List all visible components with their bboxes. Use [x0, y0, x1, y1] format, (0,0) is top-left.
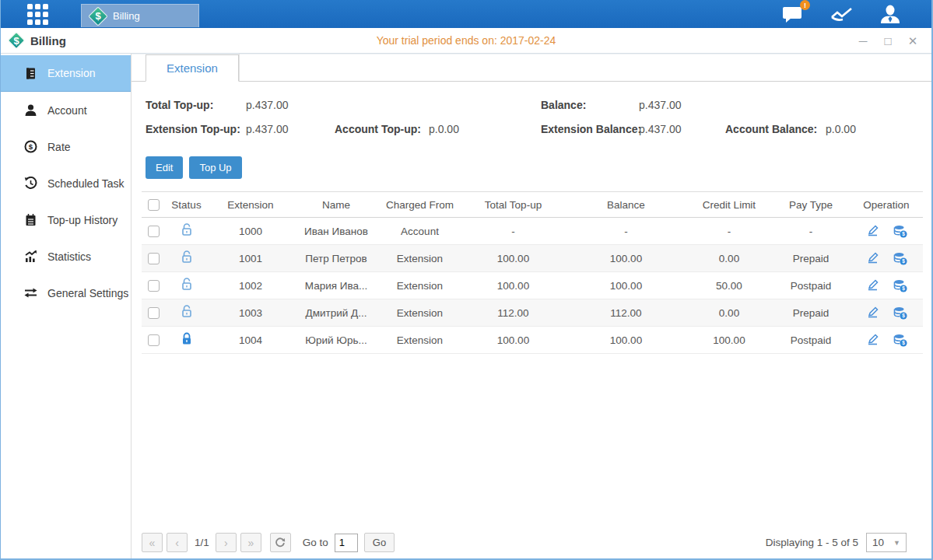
extension-balance-label: Extension Balance: [541, 123, 641, 135]
lock-open-icon [181, 223, 193, 236]
account-balance-value: p.0.00 [826, 123, 856, 135]
extension-topup-value: p.437.00 [246, 123, 289, 135]
col-balance: Balance [566, 199, 686, 211]
name-cell: Юрий Юрь... [293, 334, 379, 346]
total-topup-label: Total Top-up: [146, 99, 213, 111]
edit-pencil-icon[interactable] [866, 252, 879, 264]
table-row: 1002 Мария Ива... Extension 100.00 100.0… [142, 272, 923, 299]
charged-from-cell: Extension [379, 334, 461, 346]
col-credit-limit: Credit Limit [686, 199, 772, 211]
col-operation: Operation [850, 199, 923, 211]
pay-type-cell: Prepaid [772, 307, 850, 319]
sidebar-item-topup-history[interactable]: Top-up History [1, 201, 131, 238]
pay-type-cell: Postpaid [772, 334, 850, 346]
person-icon [24, 103, 37, 117]
lock-open-icon [181, 305, 193, 318]
col-status: Status [165, 199, 208, 211]
pagination-bar: « ‹ 1/1 › » Go to Go Displaying 1 - 5 of… [142, 533, 921, 552]
goto-page-input[interactable] [335, 534, 358, 552]
messages-icon[interactable]: ! [782, 5, 804, 23]
total-topup-cell: 100.00 [461, 334, 566, 346]
top-up-coins-icon[interactable]: $ [893, 334, 907, 347]
top-up-button[interactable]: Top Up [189, 156, 241, 179]
sidebar-item-statistics[interactable]: Statistics [1, 238, 131, 275]
col-pay-type: Pay Type [772, 199, 850, 211]
first-page-button[interactable]: « [142, 533, 163, 552]
row-checkbox[interactable] [148, 226, 160, 237]
credit-limit-cell: 50.00 [686, 280, 772, 292]
user-account-icon[interactable] [880, 5, 900, 23]
total-topup-value: p.437.00 [246, 99, 289, 111]
charged-from-cell: Extension [379, 253, 461, 264]
edit-pencil-icon[interactable] [866, 306, 879, 319]
total-topup-cell: - [461, 226, 566, 237]
credit-limit-cell: 100.00 [686, 334, 772, 346]
tab-extension[interactable]: Extension [146, 54, 239, 82]
row-checkbox[interactable] [148, 280, 160, 292]
balance-value: p.437.00 [639, 99, 682, 111]
prev-page-button[interactable]: ‹ [167, 533, 188, 552]
status-cell [165, 332, 208, 348]
close-icon[interactable]: ✕ [907, 35, 919, 47]
table-row: 1004 Юрий Юрь... Extension 100.00 100.00… [142, 327, 923, 354]
sidebar-item-label: Statistics [47, 250, 91, 263]
top-up-coins-icon[interactable]: $ [893, 252, 907, 265]
extension-cell: 1002 [208, 280, 293, 292]
charged-from-cell: Extension [379, 307, 461, 319]
extension-table: Status Extension Name Charged From Total… [142, 191, 923, 354]
sidebar-item-rate[interactable]: $ Rate [1, 128, 131, 165]
sidebar-item-general-settings[interactable]: General Settings [1, 275, 131, 311]
edit-button[interactable]: Edit [146, 156, 183, 179]
next-page-button[interactable]: › [216, 533, 237, 552]
edit-pencil-icon[interactable] [866, 279, 879, 292]
page-size-select[interactable]: 10 ▼ [866, 533, 907, 552]
balance-summary: Total Top-up: p.437.00 Balance: p.437.00… [146, 97, 931, 149]
extension-cell: 1003 [208, 307, 293, 319]
svg-text:$: $ [902, 285, 905, 292]
trial-period-notice: Your trial period ends on: 2017-02-24 [1, 34, 931, 47]
refresh-button[interactable] [270, 533, 291, 552]
credit-limit-cell: - [686, 226, 772, 237]
growth-chart-icon [24, 250, 37, 263]
row-checkbox[interactable] [148, 334, 160, 346]
resource-monitor-icon[interactable] [830, 5, 854, 23]
balance-cell: 100.00 [566, 280, 686, 292]
top-up-coins-icon[interactable]: $ [893, 225, 907, 238]
status-cell [165, 305, 208, 320]
ledger-icon [24, 67, 37, 80]
operation-cell: $ [850, 252, 923, 265]
last-page-button[interactable]: » [240, 533, 261, 552]
select-all-checkbox[interactable] [148, 199, 160, 211]
table-header: Status Extension Name Charged From Total… [142, 191, 923, 218]
main-panel: Extension Total Top-up: p.437.00 Balance… [132, 54, 931, 558]
page-size-value: 10 [872, 537, 884, 548]
maximize-icon[interactable]: □ [882, 35, 894, 47]
edit-pencil-icon[interactable] [866, 225, 879, 237]
extension-cell: 1001 [208, 253, 293, 264]
refresh-icon [275, 537, 286, 548]
account-balance-label: Account Balance: [725, 123, 817, 135]
app-grid-icon[interactable] [27, 4, 48, 25]
sidebar-item-label: General Settings [47, 287, 128, 299]
billing-logo-icon: $ [9, 33, 24, 48]
go-button[interactable]: Go [364, 533, 395, 552]
billing-window: $ Billing ! [0, 0, 933, 560]
top-up-coins-icon[interactable]: $ [893, 306, 907, 320]
edit-pencil-icon[interactable] [866, 334, 879, 346]
pay-type-cell: Prepaid [772, 253, 850, 264]
displaying-text: Displaying 1 - 5 of 5 [766, 537, 858, 548]
charged-from-cell: Extension [379, 280, 461, 292]
sidebar-item-scheduled-task[interactable]: Scheduled Task [1, 165, 131, 201]
taskbar-tab-billing[interactable]: $ Billing [81, 4, 199, 27]
minimize-icon[interactable]: ─ [857, 35, 869, 47]
top-up-coins-icon[interactable]: $ [893, 279, 907, 292]
sidebar-item-extension[interactable]: Extension [1, 55, 131, 92]
row-checkbox[interactable] [148, 307, 160, 319]
table-row: 1000 Иван Иванов Account - - - - [142, 218, 923, 245]
sidebar-item-account[interactable]: Account [1, 92, 131, 128]
account-topup-label: Account Top-up: [335, 123, 421, 135]
table-row: 1001 Петр Петров Extension 100.00 100.00… [142, 245, 923, 272]
balance-cell: 112.00 [566, 307, 686, 319]
col-name: Name [293, 199, 379, 211]
row-checkbox[interactable] [148, 253, 160, 264]
